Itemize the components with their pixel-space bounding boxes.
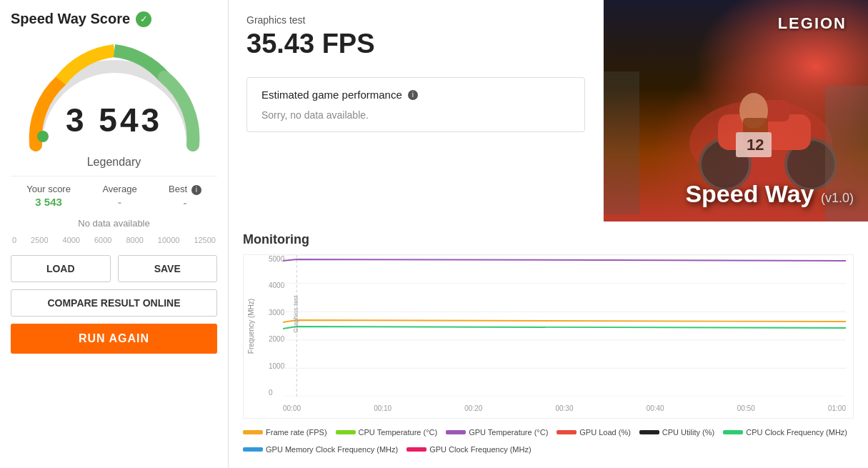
legend-cpu-utility: CPU Utility (%)	[639, 428, 714, 437]
legend-color-gpu-clock	[406, 447, 426, 452]
game-version: (v1.0)	[821, 191, 854, 205]
compare-button[interactable]: COMPARE RESULT ONLINE	[11, 289, 217, 317]
legend-cpu-clock: CPU Clock Frequency (MHz)	[723, 428, 847, 437]
fps-value: 35.43 FPS	[246, 29, 585, 59]
graphics-test-label: Graphics test	[246, 14, 585, 26]
no-data-text: Sorry, no data available.	[261, 109, 570, 121]
est-label: Estimated game performance i	[261, 89, 570, 101]
your-score-label: Your score	[26, 184, 71, 194]
estimated-game-perf: Estimated game performance i Sorry, no d…	[246, 77, 585, 132]
average-col: Average -	[102, 184, 136, 209]
your-score-col: Your score 3 543	[26, 184, 71, 209]
legend-cpu-temp: CPU Temperature (°C)	[336, 428, 438, 437]
check-icon: ✓	[136, 11, 151, 27]
game-image-bg: 12 LEGION Speed Way (v1.0)	[604, 0, 868, 221]
y-axis-label: Frequency (MHz)	[248, 298, 256, 353]
legend-gpu-temp: GPU Temperature (°C)	[446, 428, 548, 437]
x-axis-ticks: 00:00 00:10 00:20 00:30 00:40 00:50 01:0…	[283, 404, 846, 412]
monitoring-title: Monitoring	[243, 232, 854, 247]
best-label: Best i	[169, 184, 201, 195]
legend-color-gpu-load	[557, 430, 577, 434]
chart-inner: Graphics test 00:00 00:10 00:20 00:30 00…	[283, 255, 846, 397]
game-image-section: 12 LEGION Speed Way (v1.0)	[604, 0, 868, 221]
average-value: -	[102, 196, 136, 208]
legend-frame-rate: Frame rate (FPS)	[243, 428, 327, 437]
legend-gpu-load: GPU Load (%)	[557, 428, 631, 437]
save-button[interactable]: SAVE	[118, 255, 218, 282]
legend-gpu-clock: GPU Clock Frequency (MHz)	[406, 445, 531, 454]
load-button[interactable]: LOAD	[11, 255, 111, 282]
bar-scale: 0 2500 4000 6000 8000 10000 12500	[11, 236, 217, 244]
score-header: Speed Way Score ✓	[11, 11, 217, 27]
svg-text:Graphics test: Graphics test	[292, 295, 299, 333]
top-right: Graphics test 35.43 FPS Estimated game p…	[229, 0, 868, 221]
game-title: Speed Way (v1.0)	[685, 181, 854, 207]
no-data-label: No data available	[78, 218, 149, 229]
monitoring-section: Monitoring Frequency (MHz) 5000 4000 300…	[229, 221, 868, 468]
game-title-overlay: Speed Way (v1.0)	[685, 181, 854, 207]
best-col: Best i -	[169, 184, 201, 209]
right-panel: Graphics test 35.43 FPS Estimated game p…	[229, 0, 868, 468]
legion-badge: LEGION	[778, 14, 847, 33]
best-value: -	[169, 196, 201, 209]
left-panel: Speed Way Score ✓ 3 543 Legendary Your s…	[0, 0, 229, 468]
legend-color-frame-rate	[243, 430, 263, 434]
your-score-value: 3 543	[26, 196, 71, 208]
score-display: 3 543	[66, 101, 162, 139]
legend-gpu-mem-clock: GPU Memory Clock Frequency (MHz)	[243, 445, 398, 454]
score-stats: Your score 3 543 Average - Best i -	[11, 176, 217, 209]
graphics-section: Graphics test 35.43 FPS Estimated game p…	[229, 0, 604, 221]
svg-point-0	[37, 131, 49, 142]
legend-color-cpu-clock	[723, 430, 743, 434]
chart-area: Frequency (MHz) 5000 4000 3000 2000 1000…	[243, 254, 854, 419]
legend-color-cpu-temp	[336, 430, 356, 434]
average-label: Average	[102, 184, 136, 194]
score-tier: Legendary	[87, 156, 141, 169]
est-info-icon[interactable]: i	[408, 90, 418, 100]
legend-color-cpu-utility	[639, 430, 659, 434]
best-info-icon[interactable]: i	[191, 185, 201, 195]
y-axis-ticks: 5000 4000 3000 2000 1000 0	[269, 255, 284, 397]
chart-svg: Graphics test	[283, 255, 846, 397]
legend-color-gpu-temp	[446, 430, 466, 434]
legend-color-gpu-mem-clock	[243, 447, 263, 452]
gauge-container: 3 543	[21, 38, 207, 152]
legend-row: Frame rate (FPS) CPU Temperature (°C) GP…	[243, 424, 854, 457]
y-axis-label-wrapper: Frequency (MHz)	[245, 255, 258, 397]
run-again-button[interactable]: RUN AGAIN	[11, 324, 217, 354]
score-title: Speed Way Score	[11, 11, 130, 27]
load-save-row: LOAD SAVE	[11, 255, 217, 282]
